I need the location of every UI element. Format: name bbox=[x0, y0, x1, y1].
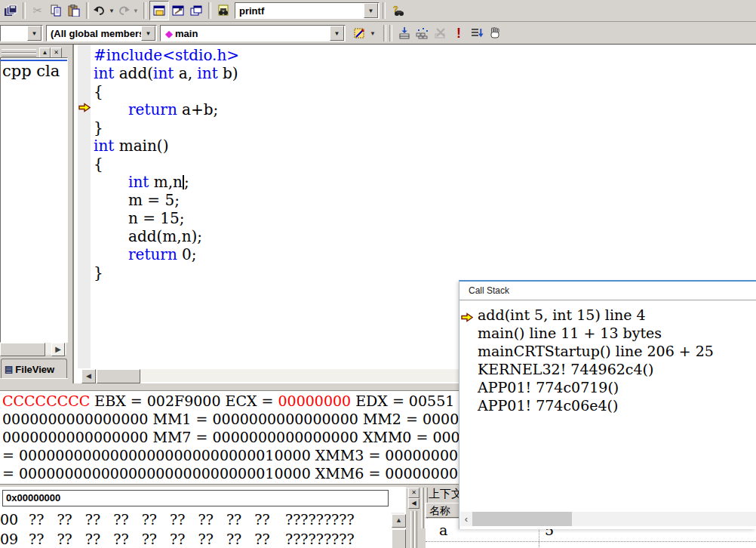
panel-minimize-icon[interactable]: ▲ bbox=[39, 48, 51, 58]
separator bbox=[389, 25, 392, 42]
code-line[interactable]: int add(int a, int b) bbox=[94, 64, 239, 82]
separator bbox=[143, 2, 146, 19]
editor-margin[interactable] bbox=[78, 45, 91, 368]
code-line[interactable]: } bbox=[94, 119, 239, 137]
document-icon: ▤ bbox=[5, 364, 13, 374]
call-stack-frames: add(int 5, int 15) line 4main() line 11 … bbox=[459, 300, 756, 414]
find-combo-dropdown-icon[interactable]: ▼ bbox=[364, 3, 378, 18]
call-stack-frame[interactable]: KERNEL32! 744962c4() bbox=[459, 360, 756, 378]
code-line[interactable]: add(m,n); bbox=[94, 227, 239, 245]
scroll-right-icon[interactable]: ▶ bbox=[51, 343, 65, 356]
dock-bar: ✕ ◀ bbox=[407, 487, 419, 548]
frame-text: APP01! 774c06e4() bbox=[478, 397, 618, 414]
panel-close-icon[interactable]: ✕ bbox=[51, 48, 62, 58]
current-frame-arrow-icon bbox=[461, 309, 473, 320]
classes-combo-dropdown-icon[interactable]: ▼ bbox=[27, 26, 41, 41]
members-combo-dropdown-icon[interactable]: ▼ bbox=[141, 26, 155, 41]
functions-combo-dropdown-icon[interactable]: ▼ bbox=[330, 26, 344, 41]
go-icon[interactable] bbox=[468, 24, 486, 42]
separator bbox=[383, 25, 386, 42]
call-stack-title[interactable]: Call Stack bbox=[459, 282, 756, 300]
code-line[interactable]: { bbox=[94, 82, 239, 100]
stop-build-icon[interactable] bbox=[432, 24, 450, 42]
workspace-toggle-icon[interactable] bbox=[149, 1, 169, 20]
code-line[interactable]: { bbox=[94, 155, 239, 173]
functions-combo-value[interactable]: main bbox=[173, 28, 330, 39]
wizard-toolbar: ▼ (All global members ▼ ◆ main ▼ ▼ ! bbox=[0, 23, 756, 45]
code-text[interactable]: #include<stdio.h>int add(int a, int b){r… bbox=[94, 46, 239, 282]
memory-rows: 00?? ?? ?? ?? ?? ?? ?? ?? ???????????09?… bbox=[0, 510, 389, 548]
call-stack-frame[interactable]: APP01! 774c0719() bbox=[459, 378, 756, 396]
window-list-icon[interactable] bbox=[187, 2, 205, 20]
scroll-left-icon[interactable]: ‹ bbox=[460, 513, 472, 525]
search-help-icon[interactable]: ? bbox=[389, 2, 408, 20]
call-stack-frame[interactable]: mainCRTStartup() line 206 + 25 bbox=[459, 342, 756, 360]
code-line[interactable]: return 0; bbox=[94, 245, 239, 263]
fileview-tab-label: FileView bbox=[15, 364, 54, 375]
members-combo[interactable]: (All global members ▼ bbox=[46, 25, 157, 42]
cut-icon[interactable]: ✂ bbox=[29, 2, 47, 20]
workspace-hscrollbar[interactable]: ▶ bbox=[0, 343, 66, 355]
code-line[interactable]: int main() bbox=[94, 137, 239, 155]
find-in-files-icon[interactable] bbox=[214, 2, 232, 20]
code-line[interactable]: m = 5; bbox=[94, 191, 239, 209]
call-stack-window[interactable]: Call Stack add(int 5, int 15) line 4main… bbox=[459, 280, 756, 529]
scrollbar-thumb[interactable] bbox=[472, 512, 572, 526]
scroll-up-icon[interactable]: ▲ bbox=[392, 514, 406, 528]
memory-vscrollbar[interactable]: ▲ bbox=[392, 513, 404, 548]
scrollbar-thumb[interactable] bbox=[97, 369, 140, 383]
panel-gripper[interactable] bbox=[2, 53, 36, 57]
execute-program-icon[interactable]: ! bbox=[450, 24, 468, 42]
save-all-icon[interactable] bbox=[2, 2, 20, 20]
wizard-actions-dropdown-icon[interactable]: ▼ bbox=[368, 30, 377, 37]
standard-toolbar: ✂ ▼ ▼ printf ▼ bbox=[0, 0, 756, 22]
compile-icon[interactable] bbox=[395, 24, 413, 42]
memory-row: 00?? ?? ?? ?? ?? ?? ?? ?? ??????????? bbox=[0, 510, 389, 529]
redo-dropdown-icon[interactable]: ▼ bbox=[131, 8, 140, 14]
workspace-panel: ▲ ✕ cpp cla ▶ ▤ FileView bbox=[0, 47, 68, 381]
paste-icon[interactable] bbox=[65, 2, 83, 20]
call-stack-frame[interactable]: APP01! 774c06e4() bbox=[459, 396, 756, 414]
code-line[interactable]: #include<stdio.h> bbox=[94, 46, 239, 64]
fileview-tab[interactable]: ▤ FileView bbox=[1, 359, 67, 379]
memory-address-input[interactable]: 0x00000000 bbox=[2, 490, 389, 506]
current-statement-arrow-icon bbox=[78, 102, 91, 113]
code-line[interactable]: return a+b; bbox=[94, 100, 239, 119]
members-combo-value[interactable]: (All global members bbox=[47, 28, 141, 39]
redo-icon[interactable] bbox=[116, 2, 131, 20]
dock-gripper[interactable] bbox=[414, 511, 417, 548]
frame-text: APP01! 774c0719() bbox=[478, 379, 619, 396]
scrollbar-thumb[interactable] bbox=[0, 343, 45, 356]
workspace-tree-item[interactable]: cpp cla bbox=[2, 62, 60, 80]
call-stack-frame[interactable]: add(int 5, int 15) line 4 bbox=[459, 306, 756, 324]
code-line[interactable]: } bbox=[94, 263, 239, 282]
dock-gripper[interactable] bbox=[410, 511, 413, 548]
selection-highlight bbox=[1, 60, 67, 61]
output-window-icon[interactable] bbox=[169, 2, 187, 20]
code-line[interactable]: n = 15; bbox=[94, 209, 239, 227]
copy-icon[interactable] bbox=[47, 2, 65, 20]
scrollbar-thumb[interactable] bbox=[392, 529, 406, 548]
classes-combo[interactable]: ▼ bbox=[0, 25, 43, 42]
pane-collapse-icon[interactable]: ◀ bbox=[408, 498, 419, 509]
pane-close-icon[interactable]: ✕ bbox=[408, 488, 419, 498]
frame-text: KERNEL32! 744962c4() bbox=[478, 361, 653, 377]
function-diamond-icon: ◆ bbox=[161, 28, 173, 39]
call-stack-frame[interactable]: main() line 11 + 13 bytes bbox=[459, 324, 756, 342]
build-icon[interactable] bbox=[413, 24, 432, 42]
workspace-tree[interactable]: cpp cla bbox=[0, 57, 68, 343]
toggle-breakpoint-hand-icon[interactable] bbox=[486, 24, 504, 42]
frame-text: main() line 11 + 13 bytes bbox=[478, 325, 662, 341]
call-stack-hscrollbar[interactable]: ‹ bbox=[460, 512, 756, 526]
tab-baseline bbox=[0, 378, 68, 380]
code-line[interactable]: int m,n; bbox=[94, 173, 239, 191]
functions-combo[interactable]: ◆ main ▼ bbox=[160, 25, 346, 42]
undo-icon[interactable] bbox=[92, 2, 107, 20]
undo-dropdown-icon[interactable]: ▼ bbox=[107, 8, 116, 14]
wizard-actions-icon[interactable] bbox=[350, 24, 368, 42]
variable-row[interactable]: b15 bbox=[426, 542, 756, 548]
scroll-left-icon[interactable]: ◀ bbox=[81, 369, 96, 383]
find-combo[interactable]: printf ▼ bbox=[235, 2, 380, 19]
memory-pane[interactable]: 0x00000000 00?? ?? ?? ?? ?? ?? ?? ?? ???… bbox=[0, 487, 406, 548]
find-combo-value[interactable]: printf bbox=[235, 5, 364, 17]
